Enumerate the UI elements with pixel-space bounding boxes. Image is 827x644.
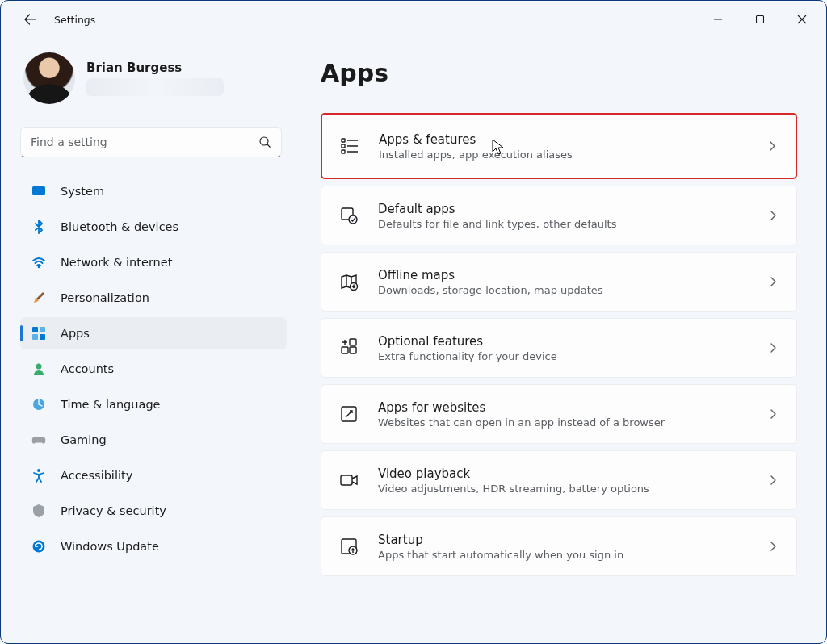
nav-item-accounts[interactable]: Accounts (20, 353, 287, 385)
svg-point-1 (260, 137, 268, 145)
nav-item-bluetooth[interactable]: Bluetooth & devices (20, 211, 287, 243)
chevron-right-icon (767, 342, 779, 353)
card-text: Apps for websites Websites that can open… (378, 400, 748, 429)
shield-icon (31, 504, 46, 518)
content-area: Brian Burgess System Bluetooth & devices… (1, 38, 826, 643)
cards-list: Apps & features Installed apps, app exec… (321, 113, 797, 576)
card-sub: Apps that start automatically when you s… (378, 549, 748, 561)
nav-item-label: Gaming (61, 433, 107, 446)
card-apps-websites[interactable]: Apps for websites Websites that can open… (321, 384, 797, 444)
close-button[interactable] (781, 1, 823, 38)
card-sub: Websites that can open in an app instead… (378, 416, 748, 429)
svg-rect-22 (341, 475, 352, 485)
bluetooth-icon (31, 220, 46, 234)
nav-item-network[interactable]: Network & internet (20, 246, 287, 278)
nav-item-privacy[interactable]: Privacy & security (20, 495, 287, 527)
card-text: Optional features Extra functionality fo… (378, 334, 748, 362)
card-default-apps[interactable]: Default apps Defaults for file and link … (321, 186, 797, 245)
svg-rect-0 (757, 16, 764, 23)
card-text: Video playback Video adjustments, HDR st… (378, 466, 748, 495)
map-icon (339, 272, 359, 291)
optional-features-icon (339, 338, 359, 358)
card-text: Apps & features Installed apps, app exec… (379, 132, 747, 161)
maximize-icon (755, 15, 765, 24)
svg-rect-6 (32, 334, 38, 340)
back-button[interactable] (15, 5, 44, 34)
nav-item-label: Apps (61, 327, 90, 340)
nav-item-label: Time & language (61, 398, 161, 411)
globe-clock-icon (31, 397, 46, 412)
chevron-right-icon (767, 408, 779, 420)
paintbrush-icon (31, 291, 46, 305)
svg-rect-19 (350, 347, 356, 353)
nav-item-accessibility[interactable]: Accessibility (20, 459, 287, 491)
svg-rect-18 (342, 347, 348, 353)
profile-text: Brian Burgess (86, 61, 224, 96)
nav-item-label: Network & internet (61, 256, 172, 269)
svg-rect-20 (350, 339, 356, 345)
card-optional-features[interactable]: Optional features Extra functionality fo… (321, 318, 797, 378)
nav-item-label: Windows Update (61, 540, 159, 553)
search-input[interactable] (31, 136, 258, 148)
svg-rect-13 (342, 144, 345, 148)
search-box[interactable] (20, 127, 282, 157)
card-sub: Extra functionality for your device (378, 350, 748, 362)
nav-item-personalization[interactable]: Personalization (20, 282, 287, 314)
card-text: Offline maps Downloads, storage location… (378, 268, 748, 296)
nav-item-windows-update[interactable]: Windows Update (20, 530, 287, 562)
apps-icon (31, 326, 46, 341)
minimize-button[interactable] (697, 1, 739, 38)
nav-item-gaming[interactable]: Gaming (20, 424, 287, 456)
minimize-icon (713, 15, 723, 24)
window-title: Settings (54, 14, 95, 26)
card-text: Default apps Defaults for file and link … (378, 202, 748, 230)
card-startup[interactable]: Startup Apps that start automatically wh… (321, 516, 797, 576)
card-sub: Video adjustments, HDR streaming, batter… (378, 483, 748, 495)
card-apps-features[interactable]: Apps & features Installed apps, app exec… (321, 113, 797, 179)
svg-rect-5 (40, 327, 45, 332)
nav-item-apps[interactable]: Apps (20, 317, 287, 349)
svg-point-11 (33, 541, 45, 553)
nav-item-label: Accessibility (61, 469, 132, 482)
card-sub: Installed apps, app execution aliases (379, 148, 747, 161)
nav-item-system[interactable]: System (20, 175, 287, 207)
svg-rect-4 (32, 327, 38, 332)
video-icon (339, 470, 359, 490)
page-title: Apps (321, 59, 797, 87)
svg-point-10 (37, 469, 40, 472)
wifi-icon (31, 255, 46, 270)
card-title: Offline maps (378, 268, 748, 282)
window-controls (697, 1, 823, 38)
chevron-right-icon (767, 475, 779, 486)
svg-rect-2 (32, 186, 45, 195)
nav-item-time-language[interactable]: Time & language (20, 388, 287, 420)
display-icon (31, 184, 46, 199)
card-offline-maps[interactable]: Offline maps Downloads, storage location… (321, 252, 797, 312)
card-title: Apps for websites (378, 400, 748, 415)
chevron-right-icon (767, 276, 779, 287)
svg-rect-12 (342, 139, 345, 142)
accessibility-icon (31, 468, 46, 483)
card-sub: Defaults for file and link types, other … (378, 218, 748, 230)
nav-item-label: Accounts (61, 362, 114, 375)
profile-name: Brian Burgess (86, 61, 224, 75)
card-title: Video playback (378, 466, 748, 481)
startup-icon (339, 537, 359, 556)
sidebar: Brian Burgess System Bluetooth & devices… (1, 38, 292, 643)
gamepad-icon (31, 433, 46, 447)
list-icon (340, 136, 359, 156)
card-video-playback[interactable]: Video playback Video adjustments, HDR st… (321, 450, 797, 510)
back-arrow-icon (23, 13, 36, 26)
main-panel: Apps Apps & features Installed apps, app… (292, 38, 826, 643)
avatar (23, 52, 75, 104)
svg-rect-14 (342, 150, 345, 153)
profile-email-placeholder (86, 78, 224, 96)
search-icon (258, 136, 271, 148)
nav: System Bluetooth & devices Network & int… (20, 175, 287, 562)
card-title: Optional features (378, 334, 748, 349)
svg-point-8 (36, 364, 42, 370)
update-icon (31, 539, 46, 554)
maximize-button[interactable] (739, 1, 781, 38)
card-sub: Downloads, storage location, map updates (378, 284, 748, 296)
profile-block[interactable]: Brian Burgess (20, 52, 282, 104)
